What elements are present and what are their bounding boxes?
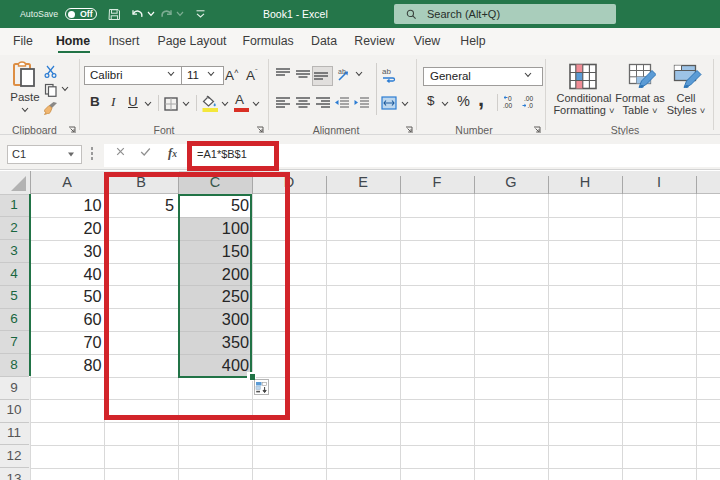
svg-text:.0: .0 bbox=[528, 102, 534, 109]
svg-text:ab: ab bbox=[338, 68, 346, 75]
svg-text:0: 0 bbox=[508, 95, 512, 102]
svg-text:ab: ab bbox=[382, 67, 391, 76]
svg-text:.00: .00 bbox=[503, 102, 512, 109]
svg-text:.00: .00 bbox=[524, 95, 533, 102]
